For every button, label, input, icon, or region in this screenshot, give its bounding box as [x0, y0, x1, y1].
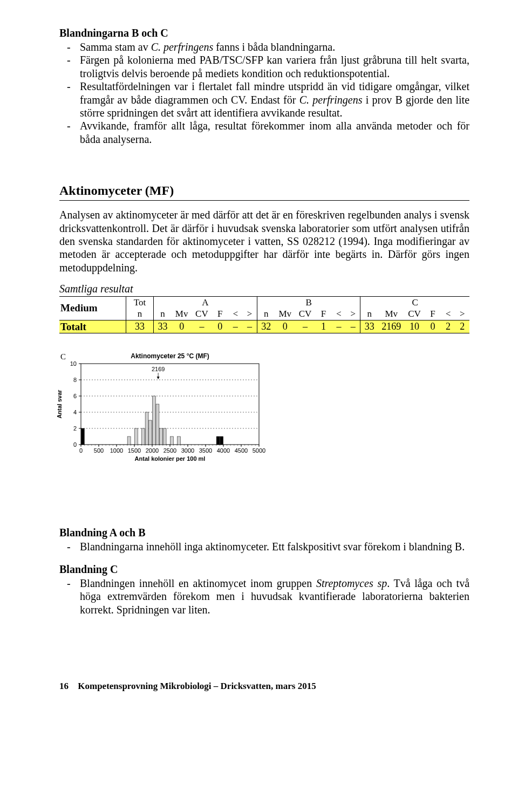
svg-text:4: 4: [73, 409, 77, 415]
cell: 10: [404, 320, 424, 333]
subcol-f: F: [212, 308, 228, 320]
svg-rect-92: [134, 428, 138, 445]
text: fanns i båda blandningarna.: [213, 41, 335, 53]
col-tot: Tot: [126, 297, 153, 309]
heading-blandning-a-b: Blandning A och B: [59, 527, 469, 539]
bullet-item: - Blandningen innehöll en aktinomycet in…: [67, 577, 469, 616]
bullet-item: - Resultatfördelningen var i flertalet f…: [67, 80, 469, 119]
svg-text:0: 0: [79, 447, 83, 454]
text: Avvikande, framför allt låga, resultat f…: [80, 119, 469, 146]
svg-rect-94: [145, 412, 148, 445]
row-label: Totalt: [59, 320, 126, 333]
subheading-samtliga: Samtliga resultat: [59, 283, 469, 295]
svg-text:500: 500: [94, 447, 104, 454]
cell: –: [295, 320, 315, 333]
svg-rect-97: [156, 404, 159, 445]
svg-text:Antal kolonier per 100 ml: Antal kolonier per 100 ml: [135, 455, 206, 462]
cell: –: [228, 320, 242, 333]
cell: –: [346, 320, 360, 333]
text: Blandningarna innehöll inga aktinomycete…: [80, 540, 469, 553]
svg-text:8: 8: [73, 377, 77, 383]
svg-rect-99: [163, 428, 166, 445]
svg-rect-100: [170, 436, 173, 445]
cell: 33: [360, 320, 378, 333]
svg-rect-90: [81, 428, 84, 445]
svg-rect-0: [81, 364, 259, 445]
bullet-item: - Blandningarna innehöll inga aktinomyce…: [67, 540, 469, 553]
species-name: Streptomyces sp: [316, 577, 387, 589]
svg-rect-101: [178, 436, 181, 445]
svg-text:1000: 1000: [110, 447, 123, 454]
svg-text:1500: 1500: [128, 447, 141, 454]
divider: [59, 200, 469, 201]
chart-container: 0246810050010001500200025003000350040004…: [49, 349, 469, 473]
subcol-cv: CV: [295, 308, 315, 320]
svg-text:2: 2: [73, 425, 77, 432]
subcol-f: F: [425, 308, 441, 320]
svg-text:C: C: [60, 352, 66, 361]
bullet-item: - Färgen på kolonierna med PAB/TSC/SFP k…: [67, 53, 469, 80]
svg-text:4000: 4000: [217, 447, 230, 454]
svg-text:2500: 2500: [163, 447, 176, 454]
svg-text:10: 10: [70, 360, 77, 367]
cell: 0: [172, 320, 192, 333]
svg-rect-102: [216, 436, 220, 445]
text: Blandningen innehöll en aktinomycet inom…: [80, 577, 316, 589]
svg-text:2169: 2169: [152, 366, 165, 372]
cell: 33: [154, 320, 172, 333]
svg-rect-93: [142, 428, 145, 445]
col-group-b: B: [257, 297, 360, 309]
subcol-lt: <: [441, 308, 455, 320]
cell: 0: [425, 320, 441, 333]
subcol-n: n: [154, 308, 172, 320]
cell: –: [192, 320, 212, 333]
svg-text:Aktinomyceter 25 °C (MF): Aktinomyceter 25 °C (MF): [131, 352, 209, 360]
svg-rect-96: [152, 396, 155, 445]
svg-text:0: 0: [73, 441, 77, 448]
cell: 32: [257, 320, 275, 333]
results-table: Medium Tot A B C n n Mv CV F < > n Mv CV…: [59, 296, 469, 333]
col-medium: Medium: [59, 297, 126, 320]
subcol-gt: >: [455, 308, 469, 320]
cell: –: [242, 320, 257, 333]
bullet-item: - Samma stam av C. perfringens fanns i b…: [67, 40, 469, 53]
svg-rect-91: [127, 436, 131, 445]
text: Samma stam av: [80, 41, 151, 53]
cell: 0: [212, 320, 228, 333]
species-name: C. perfringens: [299, 94, 363, 106]
subcol-gt: >: [346, 308, 360, 320]
heading-blandning-c: Blandning C: [59, 563, 469, 576]
cell: 1: [315, 320, 332, 333]
subcol-n: n: [126, 308, 153, 320]
svg-rect-95: [149, 420, 152, 445]
heading-blandningarna-b-c: Blandningarna B och C: [59, 27, 469, 39]
subcol-n: n: [257, 308, 275, 320]
subcol-lt: <: [228, 308, 242, 320]
cell: 2: [455, 320, 469, 333]
svg-text:5000: 5000: [253, 447, 265, 454]
svg-text:Antal svar: Antal svar: [56, 390, 63, 419]
subcol-cv: CV: [404, 308, 424, 320]
cell: –: [332, 320, 346, 333]
subcol-gt: >: [242, 308, 257, 320]
footer-text: Kompetensprovning Mikrobiologi – Dricksv…: [78, 681, 316, 691]
subcol-lt: <: [332, 308, 346, 320]
col-group-a: A: [154, 297, 257, 309]
subcol-mv: Mv: [172, 308, 192, 320]
col-group-c: C: [360, 297, 469, 309]
subcol-cv: CV: [192, 308, 212, 320]
subcol-mv: Mv: [378, 308, 404, 320]
paragraph: Analysen av aktinomyceter är med därför …: [59, 208, 469, 274]
cell: 33: [126, 320, 153, 333]
subcol-f: F: [315, 308, 332, 320]
svg-text:2000: 2000: [146, 447, 159, 454]
cell: 0: [275, 320, 295, 333]
bullet-item: - Avvikande, framför allt låga, resultat…: [67, 119, 469, 146]
cell: 2: [441, 320, 455, 333]
svg-text:6: 6: [73, 393, 77, 399]
page-number: 16: [59, 681, 76, 692]
svg-text:3500: 3500: [199, 447, 212, 454]
heading-aktinomyceter: Aktinomyceter (MF): [59, 183, 469, 198]
svg-rect-103: [220, 436, 223, 445]
page-footer: 16 Kompetensprovning Mikrobiologi – Dric…: [59, 681, 469, 692]
